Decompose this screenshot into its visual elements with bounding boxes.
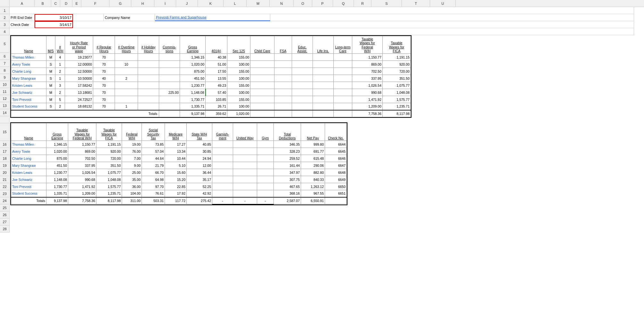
reghrs-student: 70 bbox=[93, 103, 115, 110]
table-row: Charlie Long M 2 12.50000 70 875.00 17.5… bbox=[11, 68, 411, 75]
bgarn-toni bbox=[212, 183, 233, 190]
btotals-gross: 9,137.98 bbox=[46, 197, 68, 204]
bnetpay-thomas: 999.80 bbox=[301, 141, 325, 148]
bgarn-charlie bbox=[212, 155, 233, 162]
bgross-mary: 451.50 bbox=[46, 162, 68, 169]
bth-gross: GrossEarning bbox=[46, 123, 68, 141]
holhrs-thomas bbox=[138, 54, 159, 61]
totals-401k: 359.62 bbox=[206, 110, 227, 117]
btotals-label: Totals bbox=[11, 197, 46, 204]
bnetpay-charlie: 615.48 bbox=[301, 155, 325, 162]
rn-16: 16 bbox=[0, 141, 10, 148]
table-row: Charlie Long 875.00 702.50 720.00 7.00 4… bbox=[11, 155, 347, 162]
rn-2: 2 bbox=[0, 14, 10, 21]
bth-statewh: State W/HTax bbox=[187, 123, 212, 141]
bottom-table-header-row: Name GrossEarning TaxableWages forFedera… bbox=[11, 123, 347, 141]
btotals-netpay: 6,550.91 bbox=[301, 197, 325, 204]
educ-joe bbox=[292, 89, 313, 96]
totals-fsa bbox=[274, 110, 292, 117]
col-hdr-j: J bbox=[176, 0, 198, 7]
th-commissions: Commis-sions bbox=[159, 36, 180, 54]
comm-mary bbox=[159, 75, 180, 82]
col-hdr-s: S bbox=[371, 0, 402, 7]
col-hdr-h: H bbox=[131, 0, 154, 7]
top-table-header-row: Name M/S #W/H Hourly Rateor Periodwage #… bbox=[11, 36, 411, 54]
taxfed-toni: 1,471.92 bbox=[352, 96, 383, 103]
bname-joe: Joe Schwartz bbox=[11, 176, 46, 183]
taxfed-avery: 869.00 bbox=[352, 61, 383, 68]
btotded-charlie: 259.52 bbox=[274, 155, 301, 162]
btaxfed-avery: 869.00 bbox=[68, 148, 96, 155]
btotals-totalded: 2,587.07 bbox=[274, 197, 301, 204]
totals-gross: 9,137.98 bbox=[180, 110, 206, 117]
name-joe: Joe Schwartz bbox=[11, 89, 46, 96]
holhrs-student bbox=[138, 103, 159, 110]
sec125-student: 100.00 bbox=[227, 103, 250, 110]
bcheckno-charlie: 6646 bbox=[325, 155, 347, 162]
othrs-mary: 2 bbox=[115, 75, 138, 82]
col-hdr-f: F bbox=[81, 0, 110, 7]
buw-student bbox=[233, 190, 257, 197]
bottom-section-box: Name GrossEarning TaxableWages forFedera… bbox=[10, 122, 347, 205]
ms-avery: S bbox=[46, 61, 55, 68]
bsocsec-thomas: 73.85 bbox=[142, 141, 165, 148]
pr-end-date-value[interactable]: 3/10/17 bbox=[35, 14, 73, 21]
wh-thomas: 4 bbox=[55, 54, 65, 61]
company-name-value[interactable]: Prevosti Farms and Sugarhouse bbox=[155, 14, 270, 21]
life-mary bbox=[313, 75, 334, 82]
totals-sec125: 1,020.00 bbox=[227, 110, 250, 117]
bfedwh-toni: 36.00 bbox=[122, 183, 142, 190]
401k-kristen: 49.23 bbox=[206, 82, 227, 89]
bstatewh-avery: 30.85 bbox=[187, 148, 212, 155]
reghrs-charlie: 70 bbox=[93, 68, 115, 75]
taxfica-student: 1,235.71 bbox=[383, 103, 411, 110]
othrs-kristen bbox=[115, 82, 138, 89]
btotals-gym: - bbox=[257, 197, 274, 204]
life-joe bbox=[313, 89, 334, 96]
btotded-toni: 467.65 bbox=[274, 183, 301, 190]
othrs-thomas bbox=[115, 54, 138, 61]
hourly-joe: 13.18681 bbox=[65, 89, 93, 96]
check-date-value[interactable]: 3/14/17 bbox=[35, 21, 73, 28]
rn-28: 28 bbox=[0, 225, 10, 232]
longterm-mary bbox=[334, 75, 352, 82]
rn-27: 27 bbox=[0, 218, 10, 225]
taxfed-thomas: 1,150.77 bbox=[352, 54, 383, 61]
ms-kristen: M bbox=[46, 82, 55, 89]
educ-charlie bbox=[292, 68, 313, 75]
bstatewh-joe: 35.17 bbox=[187, 176, 212, 183]
th-gross: GrossEarning bbox=[180, 36, 206, 54]
gross-avery: 1,020.00 bbox=[180, 61, 206, 68]
col-hdr-e: E bbox=[72, 0, 81, 7]
gross-joe: 1,148.08 bbox=[180, 89, 206, 96]
bgarn-student bbox=[212, 190, 233, 197]
fsa-joe bbox=[274, 89, 292, 96]
bcheckno-avery: 6645 bbox=[325, 148, 347, 155]
bgarn-kristen bbox=[212, 169, 233, 176]
rn-1: 1 bbox=[0, 7, 10, 14]
sec125-joe: 100.00 bbox=[227, 89, 250, 96]
hourly-student: 18.68132 bbox=[65, 103, 93, 110]
reghrs-mary: 40 bbox=[93, 75, 115, 82]
bstatewh-charlie: 24.94 bbox=[187, 155, 212, 162]
bname-avery: Avery Towle bbox=[11, 148, 46, 155]
btotals-socsec: 503.31 bbox=[142, 197, 165, 204]
totals-educ bbox=[292, 110, 313, 117]
bgarn-joe bbox=[212, 176, 233, 183]
btaxfed-thomas: 1,150.77 bbox=[68, 141, 96, 148]
bsocsec-kristen: 66.70 bbox=[142, 169, 165, 176]
taxfica-joe: 1,048.08 bbox=[383, 89, 411, 96]
rn-23: 23 bbox=[0, 190, 10, 197]
taxfica-charlie: 720.00 bbox=[383, 68, 411, 75]
table-row: Student Success S 2 18.68132 70 1 1,335.… bbox=[11, 103, 411, 110]
section-spacer bbox=[10, 118, 644, 122]
th-taxable-fica: TaxableWages forFICA bbox=[383, 36, 411, 54]
401k-thomas: 40.38 bbox=[206, 54, 227, 61]
fsa-kristen bbox=[274, 82, 292, 89]
taxfica-kristen: 1,075.77 bbox=[383, 82, 411, 89]
bfedwh-student: 104.00 bbox=[122, 190, 142, 197]
top-totals-row: Totals 9,137.98 359.62 1,020.00 7,758.36 bbox=[11, 110, 411, 117]
btotded-kristen: 347.97 bbox=[274, 169, 301, 176]
bgym-student bbox=[257, 190, 274, 197]
rn-25: 25 bbox=[0, 204, 10, 211]
